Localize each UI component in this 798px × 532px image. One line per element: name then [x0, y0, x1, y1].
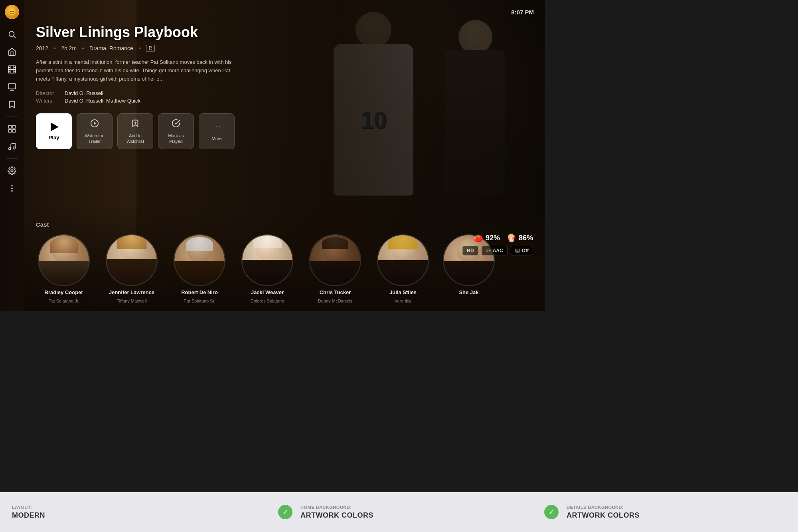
sidebar-item-search[interactable] [5, 27, 19, 42]
scores-area: 🍅 92% 🍿 86% HD AAC Off [462, 233, 533, 255]
actor-name-jacki: Jacki Weaver [251, 289, 284, 295]
credits-table: Director David O. Russell Writers David … [36, 90, 525, 104]
actor-avatar-chris [309, 234, 361, 286]
svg-point-22 [12, 191, 12, 192]
time-display: 8:07 PM [511, 9, 534, 16]
play-label: Play [49, 134, 59, 140]
actor-role-bradley: Pat Solatano Jr. [48, 299, 79, 303]
movie-description: After a stint in a mental institution, f… [36, 58, 243, 83]
sidebar-item-music[interactable] [5, 139, 19, 154]
movie-meta: 2012 2h 2m Drama, Romance R [36, 45, 525, 52]
movie-year: 2012 [36, 45, 48, 51]
svg-rect-10 [8, 84, 16, 89]
svg-point-21 [12, 188, 12, 189]
svg-rect-15 [9, 130, 11, 132]
actor-avatar-julia [377, 234, 429, 286]
actor-avatar-jacki [241, 234, 293, 286]
meta-divider-3 [139, 47, 140, 49]
played-label: Mark asPlayed [168, 133, 184, 144]
svg-point-18 [13, 147, 16, 149]
tomato-value: 92% [486, 234, 500, 242]
watchlist-icon [131, 119, 140, 130]
played-icon [172, 119, 180, 130]
movie-duration: 2h 2m [61, 45, 77, 51]
svg-rect-13 [9, 126, 11, 128]
tomato-icon: 🍅 [473, 233, 483, 243]
svg-point-20 [12, 186, 12, 186]
sidebar-item-home[interactable] [5, 45, 19, 59]
mark-played-button[interactable]: Mark asPlayed [158, 113, 194, 149]
svg-point-27 [214, 126, 215, 127]
director-label: Director [36, 90, 60, 96]
quality-badges: HD AAC Off [462, 246, 533, 255]
writers-label: Writers [36, 98, 60, 104]
add-watchlist-button[interactable]: Add toWatchlist [117, 113, 153, 149]
actor-role-robert: Pat Solatano Sr. [184, 299, 215, 303]
sidebar-item-shows[interactable] [5, 80, 19, 94]
cast-title: Cast [36, 221, 533, 228]
actor-avatar-robert [174, 234, 225, 286]
actor-role-julia: Veronica [395, 299, 412, 303]
tomato-score: 🍅 92% [473, 233, 500, 243]
score-badges: 🍅 92% 🍿 86% [473, 233, 533, 243]
actor-role-chris: Danny McDaniels [318, 299, 352, 303]
watch-trailer-button[interactable]: Watch theTrailer [77, 113, 113, 149]
writers-value: David O. Russell, Matthew Quick [65, 98, 140, 104]
svg-line-1 [14, 36, 16, 38]
movie-genres: Drama, Romance [89, 45, 133, 51]
svg-marker-30 [486, 249, 488, 252]
svg-point-28 [216, 126, 217, 127]
sidebar-item-watchlist[interactable] [5, 97, 19, 112]
director-row: Director David O. Russell [36, 90, 525, 96]
svg-point-29 [219, 126, 220, 127]
sidebar-item-more[interactable] [5, 181, 19, 196]
cast-item-jacki-weaver[interactable]: Jacki Weaver Dolores Solatano [239, 234, 295, 303]
sidebar-divider-2 [6, 158, 18, 159]
sidebar-item-movies[interactable] [5, 62, 19, 77]
audio-badge: AAC [482, 246, 508, 255]
svg-rect-14 [13, 126, 15, 128]
meta-divider-2 [82, 47, 84, 49]
time-text: 8:07 PM [511, 9, 534, 16]
cast-item-jennifer-lawrence[interactable]: Jennifer Lawrence Tiffany Maxwell [104, 234, 160, 303]
svg-point-17 [9, 148, 11, 150]
cast-section: Cast Bradley Cooper Pat Solatano Jr. [24, 213, 545, 311]
actor-name-jennifer: Jennifer Lawrence [109, 289, 154, 295]
trailer-icon [90, 119, 99, 130]
cast-item-robert-deniro[interactable]: Robert De Niro Pat Solatano Sr. [172, 234, 227, 303]
meta-divider-1 [54, 47, 55, 49]
actor-role-jacki: Dolores Solatano [251, 299, 284, 303]
user-avatar[interactable]: 😊 [5, 5, 19, 19]
cast-item-bradley-cooper[interactable]: Bradley Cooper Pat Solatano Jr. [36, 234, 92, 303]
actor-name-bradley: Bradley Cooper [45, 289, 83, 295]
sidebar-item-grid[interactable] [5, 122, 19, 136]
sidebar-divider-1 [6, 117, 18, 117]
actor-name-chris: Chris Tucker [320, 289, 351, 295]
actor-name-julia: Julia Stiles [389, 289, 417, 295]
action-buttons: Play Watch theTrailer [36, 113, 525, 149]
popcorn-score: 🍿 86% [506, 233, 533, 243]
main-container: 10 8:07 PM 😊 [0, 0, 545, 311]
svg-rect-16 [13, 130, 15, 132]
svg-marker-24 [94, 122, 96, 125]
svg-point-19 [11, 170, 13, 172]
actor-avatar-bradley [38, 234, 90, 286]
watchlist-label: Add toWatchlist [126, 133, 144, 144]
cast-item-julia-stiles[interactable]: Julia Stiles Veronica [375, 234, 431, 303]
cast-list: Bradley Cooper Pat Solatano Jr. Jennifer… [36, 234, 533, 303]
popcorn-value: 86% [519, 234, 533, 242]
popcorn-icon: 🍿 [506, 233, 516, 243]
movie-title: Silver Linings Playbook [36, 24, 525, 41]
more-icon [212, 122, 221, 133]
more-button[interactable]: More [199, 113, 235, 149]
writers-row: Writers David O. Russell, Matthew Quick [36, 98, 525, 104]
play-icon [51, 123, 59, 131]
actor-name-she-jak: She Jak [459, 289, 478, 295]
subtitles-badge: Off [511, 246, 533, 255]
play-button[interactable]: Play [36, 113, 72, 149]
sidebar-item-settings[interactable] [5, 164, 19, 178]
sidebar: 😊 [0, 0, 24, 311]
cast-item-chris-tucker[interactable]: Chris Tucker Danny McDaniels [307, 234, 363, 303]
hd-badge: HD [462, 246, 478, 255]
director-value: David O. Russell [65, 90, 103, 96]
